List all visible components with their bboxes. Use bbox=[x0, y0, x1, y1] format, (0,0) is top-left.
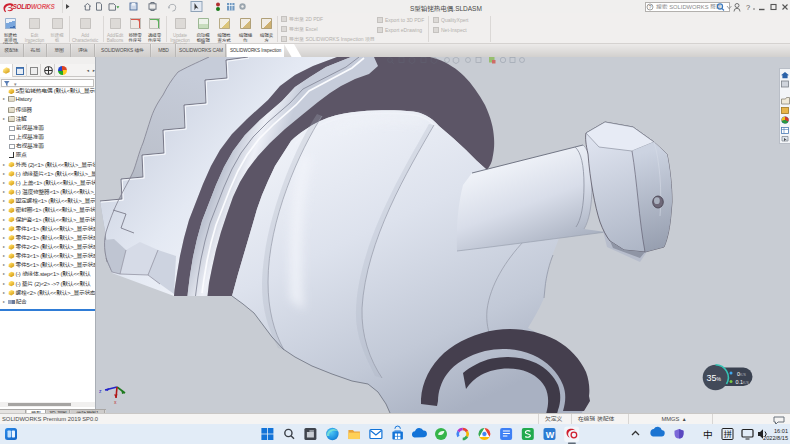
svg-text:?: ? bbox=[649, 4, 652, 10]
svg-text:?: ? bbox=[746, 3, 750, 12]
svg-text:16:01: 16:01 bbox=[774, 428, 788, 434]
svg-text:W: W bbox=[546, 430, 555, 440]
svg-text:2022/8/15: 2022/8/15 bbox=[763, 435, 788, 441]
svg-text:拼: 拼 bbox=[724, 428, 732, 439]
svg-text:SOLIDWORKS: SOLIDWORKS bbox=[13, 3, 56, 10]
svg-text:中: 中 bbox=[703, 427, 713, 441]
